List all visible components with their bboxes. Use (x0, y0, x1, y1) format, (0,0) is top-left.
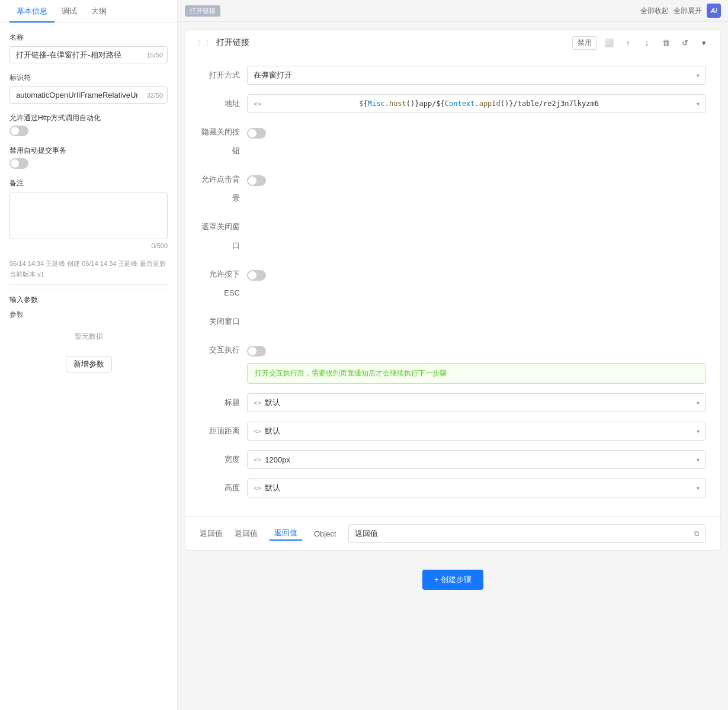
disable-button[interactable]: 禁用 (572, 36, 597, 50)
id-label: 标识符 (9, 73, 168, 83)
height-row: 高度 <> 默认 (200, 478, 706, 497)
return-tab-active[interactable]: 返回值 (270, 526, 302, 541)
create-step-button[interactable]: + 创建步骤 (422, 570, 483, 590)
tab-basic-info[interactable]: 基本信息 (9, 0, 54, 23)
name-count: 15/50 (146, 52, 163, 59)
allow-bg-content (247, 170, 706, 189)
hide-close-row: 隐藏关闭按钮 (200, 123, 706, 160)
top-bar: 打开链接 全部收起 全部展开 Ai (178, 0, 728, 22)
title-field-label: 标题 (200, 393, 247, 412)
tab-outline[interactable]: 大纲 (84, 0, 114, 23)
close-window-label: 关闭窗口 (200, 312, 247, 331)
address-value: ${Misc.host()}app/${Context.appId()}/tab… (359, 99, 599, 108)
interactive-info-box: 打开交互执行后，需要收到页面通知后才会继续执行下一步骤 (247, 363, 706, 384)
mask-close-row: 遮罩关闭窗口 (200, 217, 706, 255)
open-mode-arrow-icon (697, 72, 700, 79)
top-bar-left: 打开链接 (185, 5, 220, 17)
height-value: 默认 (265, 483, 693, 493)
height-select[interactable]: <> 默认 (247, 478, 706, 497)
step-title: 打开链接 (216, 37, 249, 48)
copy-step-icon[interactable]: ⬜ (602, 36, 616, 50)
allow-esc-toggle-wrapper (247, 265, 706, 284)
top-distance-code-badge: <> (254, 428, 261, 435)
collapse-all-btn[interactable]: 全部收起 (640, 6, 669, 16)
title-field-content: <> 默认 (247, 393, 706, 412)
expand-all-btn[interactable]: 全部展开 (674, 6, 702, 16)
open-mode-content: 在弹窗打开 (247, 66, 706, 85)
left-content: 名称 15/50 标识符 32/50 允许通过Http方式调用自动化 禁用自动提… (0, 23, 177, 710)
delete-step-icon[interactable]: 🗑 (659, 36, 673, 50)
more-options-icon[interactable]: ▾ (697, 36, 711, 50)
hide-close-toggle[interactable] (247, 128, 266, 139)
top-distance-value: 默认 (265, 426, 693, 436)
note-textarea[interactable] (9, 192, 168, 239)
address-field[interactable]: <> ${Misc.host()}app/${Context.appId()}/… (247, 94, 706, 113)
title-arrow-icon (697, 400, 700, 406)
step-card: ⋮⋮ 打开链接 禁用 ⬜ ↑ ↓ 🗑 ↺ ▾ 打开方式 (185, 29, 721, 551)
http-toggle[interactable] (9, 126, 28, 136)
top-distance-content: <> 默认 (247, 422, 706, 441)
interactive-label: 交互执行 (200, 340, 247, 359)
title-field-row: 标题 <> 默认 (200, 393, 706, 412)
note-field-group: 备注 0/500 (9, 178, 168, 249)
top-bar-right: 全部收起 全部展开 Ai (640, 4, 721, 18)
step-header: ⋮⋮ 打开链接 禁用 ⬜ ↑ ↓ 🗑 ↺ ▾ (185, 30, 720, 56)
move-down-icon[interactable]: ↓ (640, 36, 654, 50)
mask-close-label: 遮罩关闭窗口 (200, 217, 247, 255)
width-row: 宽度 <> 1200px (200, 450, 706, 469)
name-input[interactable] (9, 46, 168, 63)
open-mode-row: 打开方式 在弹窗打开 (200, 66, 706, 85)
left-panel: 基本信息 调试 大纲 名称 15/50 标识符 32/50 允许通过Http方式… (0, 0, 178, 710)
title-field-select[interactable]: <> 默认 (247, 393, 706, 412)
disable-submit-toggle[interactable] (9, 158, 28, 169)
right-panel: 打开链接 全部收起 全部展开 Ai ⋮⋮ 打开链接 禁用 ⬜ ↑ ↓ 🗑 (178, 0, 728, 710)
copy-return-icon[interactable]: ⧉ (694, 529, 700, 538)
step-body: 打开方式 在弹窗打开 地址 <> (185, 56, 720, 516)
step-actions: 禁用 ⬜ ↑ ↓ 🗑 ↺ ▾ (572, 36, 711, 50)
drag-handle-icon[interactable]: ⋮⋮ (195, 38, 211, 47)
meta-info: 06/14 14:34 王延峰 创建 06/14 14:34 王延峰 最后更新 … (9, 259, 168, 279)
height-arrow-icon (697, 485, 700, 491)
address-code-badge: <> (254, 100, 261, 108)
width-select[interactable]: <> 1200px (247, 450, 706, 469)
interactive-info-text: 打开交互执行后，需要收到页面通知后才会继续执行下一步骤 (255, 369, 447, 377)
id-input[interactable] (9, 86, 168, 104)
close-window-row: 关闭窗口 (200, 312, 706, 331)
no-data-text: 暂无数据 (9, 322, 168, 351)
tab-debug[interactable]: 调试 (54, 0, 84, 23)
return-tab-return-value[interactable]: 返回值 (230, 527, 262, 540)
main-content: ⋮⋮ 打开链接 禁用 ⬜ ↑ ↓ 🗑 ↺ ▾ 打开方式 (178, 22, 728, 710)
open-mode-select[interactable]: 在弹窗打开 (247, 66, 706, 85)
http-label: 允许通过Http方式调用自动化 (9, 113, 168, 123)
note-count: 0/500 (9, 242, 168, 249)
allow-bg-toggle[interactable] (247, 175, 266, 186)
move-up-icon[interactable]: ↑ (621, 36, 635, 50)
add-param-button[interactable]: 新增参数 (66, 356, 112, 372)
interactive-toggle[interactable] (247, 346, 266, 356)
hide-close-toggle-wrapper (247, 123, 706, 142)
open-mode-label: 打开方式 (200, 66, 247, 85)
return-section: 返回值 返回值 返回值 Object 返回值 ⧉ (185, 516, 720, 550)
add-param-label: 新增参数 (73, 359, 104, 370)
allow-bg-row: 允许点击背景 (200, 170, 706, 208)
disable-submit-label: 禁用自动提交事务 (9, 146, 168, 156)
title-field-value: 默认 (265, 397, 693, 408)
name-input-wrapper: 15/50 (9, 46, 168, 63)
tabs-row: 基本信息 调试 大纲 (0, 0, 177, 23)
height-content: <> 默认 (247, 478, 706, 497)
id-input-wrapper: 32/50 (9, 86, 168, 104)
ai-button[interactable]: Ai (707, 4, 721, 18)
step-header-left: ⋮⋮ 打开链接 (195, 37, 249, 48)
id-field-group: 标识符 32/50 (9, 73, 168, 104)
width-value: 1200px (265, 455, 693, 464)
allow-esc-toggle[interactable] (247, 270, 266, 281)
interactive-content: 打开交互执行后，需要收到页面通知后才会继续执行下一步骤 (247, 340, 706, 384)
name-field-group: 名称 15/50 (9, 33, 168, 63)
top-distance-select[interactable]: <> 默认 (247, 422, 706, 441)
return-tab-object[interactable]: Object (309, 528, 341, 539)
interactive-toggle-wrapper (247, 340, 706, 359)
refresh-step-icon[interactable]: ↺ (678, 36, 692, 50)
return-input-wrapper: 返回值 ⧉ (348, 524, 706, 543)
allow-esc-content (247, 265, 706, 284)
disable-submit-group: 禁用自动提交事务 (9, 146, 168, 169)
